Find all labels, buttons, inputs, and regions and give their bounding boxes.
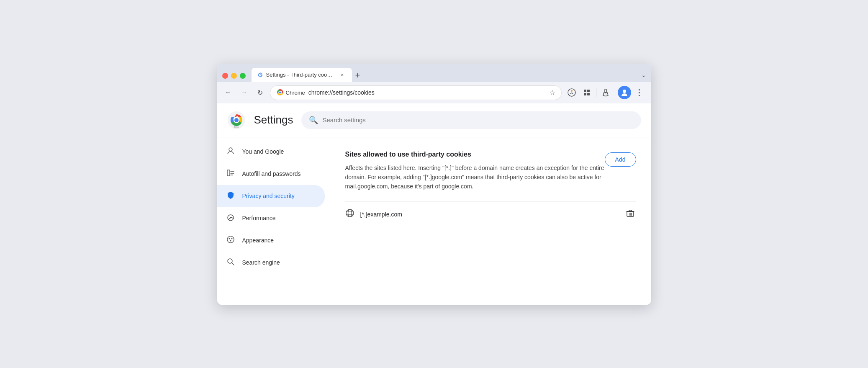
sidebar-item-performance[interactable]: Performance <box>217 207 325 229</box>
svg-rect-12 <box>605 89 606 93</box>
settings-sidebar: You and Google Autofill and passwords Pr… <box>217 137 330 305</box>
title-bar: ⚙ Settings - Third-party cookies × + ⌄ <box>217 64 651 82</box>
settings-header: Beta Settings 🔍 <box>217 103 651 137</box>
bookmark-button[interactable]: ☆ <box>549 88 555 97</box>
search-icon <box>226 257 236 268</box>
toolbar-extensions: ⋮ <box>565 86 646 99</box>
toolbar-divider <box>596 88 596 97</box>
svg-rect-8 <box>584 90 586 92</box>
browser-toolbar: ← → ↻ <box>217 82 651 103</box>
palette-icon <box>226 235 236 246</box>
tab-bar: ⚙ Settings - Third-party cookies × + <box>252 68 639 82</box>
sidebar-item-search-engine[interactable]: Search engine <box>217 252 325 274</box>
svg-point-27 <box>231 238 232 239</box>
svg-point-24 <box>230 217 231 218</box>
shield-icon <box>226 191 236 201</box>
tab-strip-dropdown-button[interactable]: ⌄ <box>641 72 646 78</box>
sidebar-item-autofill-and-passwords[interactable]: Autofill and passwords <box>217 163 325 185</box>
active-tab[interactable]: ⚙ Settings - Third-party cookies × <box>252 68 352 82</box>
chrome-label: Chrome <box>286 90 305 96</box>
address-text: chrome://settings/cookies <box>308 89 546 96</box>
content-panel: Sites allowed to use third-party cookies… <box>330 137 651 305</box>
minimize-window-button[interactable] <box>231 73 237 79</box>
svg-point-16 <box>234 118 239 122</box>
svg-point-32 <box>348 209 352 217</box>
sidebar-label-search-engine: Search engine <box>242 259 280 266</box>
site-url-text: [*.]example.com <box>360 211 619 218</box>
add-site-button[interactable]: Add <box>605 152 636 167</box>
address-bar[interactable]: Chrome chrome://settings/cookies ☆ <box>270 85 562 100</box>
speed-icon <box>226 213 236 224</box>
svg-rect-9 <box>587 90 590 92</box>
section-text-block: Sites allowed to use third-party cookies… <box>345 151 605 191</box>
svg-point-6 <box>568 89 575 96</box>
sidebar-item-privacy-and-security[interactable]: Privacy and security <box>217 185 325 207</box>
svg-rect-10 <box>584 93 586 95</box>
sidebar-label-privacy: Privacy and security <box>242 193 295 199</box>
search-bar-container[interactable]: 🔍 <box>301 111 641 129</box>
lab-button[interactable] <box>599 86 612 99</box>
profile-icon <box>621 89 628 96</box>
tab-title: Settings - Third-party cookies <box>266 72 335 78</box>
chrome-branding: Chrome <box>276 89 305 96</box>
close-window-button[interactable] <box>222 73 228 79</box>
section-description: Affects the sites listed here. Inserting… <box>345 163 605 191</box>
refresh-button[interactable]: ↻ <box>254 86 267 99</box>
browser-window: ⚙ Settings - Third-party cookies × + ⌄ ←… <box>217 64 651 305</box>
svg-point-18 <box>229 148 232 151</box>
list-icon <box>226 169 236 179</box>
section-header-row: Sites allowed to use third-party cookies… <box>345 151 636 191</box>
new-tab-button[interactable]: + <box>352 71 364 82</box>
tonari-extension-button[interactable] <box>565 86 578 99</box>
settings-title: Settings <box>254 113 293 126</box>
svg-rect-37 <box>629 210 632 211</box>
ellipsis-icon: ⋮ <box>635 87 644 98</box>
sidebar-label-autofill: Autofill and passwords <box>242 170 301 177</box>
more-options-button[interactable]: ⋮ <box>633 86 646 99</box>
sidebar-label-appearance: Appearance <box>242 237 274 244</box>
sidebar-label-performance: Performance <box>242 215 276 221</box>
svg-point-26 <box>229 238 230 239</box>
svg-rect-11 <box>587 93 590 95</box>
sidebar-label-you-and-google: You and Google <box>242 148 284 155</box>
person-icon <box>226 147 236 157</box>
extension1-icon <box>568 88 576 97</box>
chrome-logo-big: Beta <box>227 111 246 129</box>
delete-site-button[interactable] <box>624 208 636 221</box>
toolbar-divider-2 <box>615 88 615 97</box>
settings-tab-icon: ⚙ <box>257 71 263 79</box>
forward-button[interactable]: → <box>238 86 251 99</box>
svg-rect-19 <box>227 170 230 176</box>
svg-point-28 <box>230 240 231 241</box>
chrome-logo-small-icon <box>276 89 284 96</box>
back-button[interactable]: ← <box>222 86 235 99</box>
trash-icon <box>626 209 634 218</box>
svg-point-29 <box>228 259 232 263</box>
svg-point-13 <box>623 90 626 93</box>
globe-icon <box>345 208 354 220</box>
search-input[interactable] <box>322 116 633 124</box>
sidebar-item-appearance[interactable]: Appearance <box>217 229 325 252</box>
maximize-window-button[interactable] <box>240 73 246 79</box>
svg-point-7 <box>571 90 573 92</box>
svg-point-25 <box>227 236 234 243</box>
chrome-logo-icon: Beta <box>227 111 246 129</box>
svg-line-30 <box>232 263 234 265</box>
puzzle-icon <box>583 88 591 97</box>
window-controls <box>222 73 246 79</box>
section-title: Sites allowed to use third-party cookies <box>345 151 605 158</box>
main-layout: You and Google Autofill and passwords Pr… <box>217 137 651 305</box>
svg-point-5 <box>279 92 281 94</box>
site-row: [*.]example.com <box>345 201 636 227</box>
search-icon: 🔍 <box>309 116 318 125</box>
extensions-button[interactable] <box>580 86 593 99</box>
svg-text:Beta: Beta <box>234 126 239 128</box>
lab-icon <box>601 88 610 97</box>
profile-button[interactable] <box>618 86 631 99</box>
tab-close-button[interactable]: × <box>339 71 346 79</box>
tab-right: ⌄ <box>641 71 646 82</box>
content-area: Beta Settings 🔍 You and Google <box>217 103 651 305</box>
svg-point-31 <box>346 209 354 217</box>
sidebar-item-you-and-google[interactable]: You and Google <box>217 141 325 163</box>
